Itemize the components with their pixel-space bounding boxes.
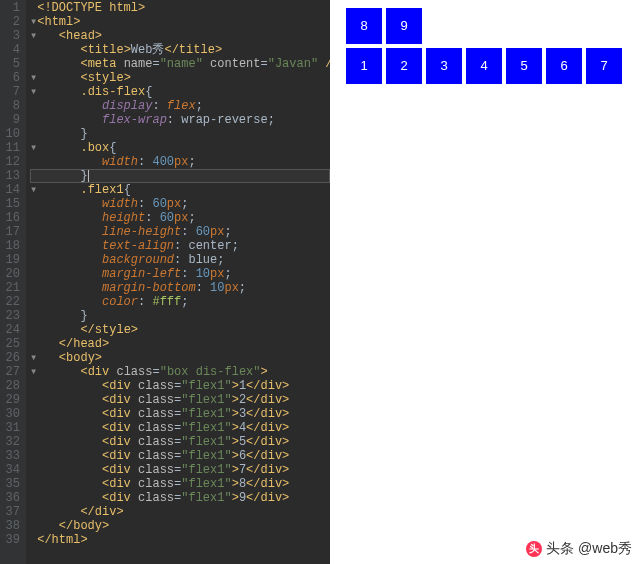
code-editor[interactable]: 1234567891011121314151617181920212223242… xyxy=(0,0,330,564)
code-line[interactable]: margin-left: 10px; xyxy=(30,267,330,281)
code-line[interactable]: width: 400px; xyxy=(30,155,330,169)
flex-item: 2 xyxy=(386,48,422,84)
code-line[interactable]: <title>Web秀</title> xyxy=(30,43,330,57)
code-line[interactable]: ▾ <div class="box dis-flex"> xyxy=(30,365,330,379)
code-line[interactable]: text-align: center; xyxy=(30,239,330,253)
preview-pane: 123456789 头 头条 @web秀 xyxy=(330,0,640,564)
line-number: 21 xyxy=(4,281,20,295)
line-number: 28 xyxy=(4,379,20,393)
flex-box: 123456789 xyxy=(342,8,626,88)
line-number: 35 xyxy=(4,477,20,491)
flex-item: 5 xyxy=(506,48,542,84)
code-line[interactable]: <div class="flex1">5</div> xyxy=(30,435,330,449)
code-line[interactable]: <meta name="name" content="Javan" /> xyxy=(30,57,330,71)
line-number: 13 xyxy=(4,169,20,183)
code-line[interactable]: </style> xyxy=(30,323,330,337)
code-line[interactable]: flex-wrap: wrap-reverse; xyxy=(30,113,330,127)
code-line[interactable]: ▾ <head> xyxy=(30,29,330,43)
code-line[interactable]: <div class="flex1">8</div> xyxy=(30,477,330,491)
line-number: 22 xyxy=(4,295,20,309)
line-number: 2 xyxy=(4,15,20,29)
flex-item: 8 xyxy=(346,8,382,44)
line-number: 19 xyxy=(4,253,20,267)
code-area[interactable]: <!DOCTYPE html>▾<html>▾ <head> <title>We… xyxy=(26,0,330,564)
code-line[interactable]: </body> xyxy=(30,519,330,533)
code-line[interactable]: } xyxy=(30,309,330,323)
line-number: 20 xyxy=(4,267,20,281)
flex-item: 7 xyxy=(586,48,622,84)
line-number: 24 xyxy=(4,323,20,337)
line-number: 25 xyxy=(4,337,20,351)
line-number: 31 xyxy=(4,421,20,435)
line-number: 27 xyxy=(4,365,20,379)
code-line[interactable]: <div class="flex1">9</div> xyxy=(30,491,330,505)
code-line[interactable]: <div class="flex1">4</div> xyxy=(30,421,330,435)
code-line[interactable]: background: blue; xyxy=(30,253,330,267)
code-line[interactable]: </head> xyxy=(30,337,330,351)
code-line[interactable]: ▾ .flex1{ xyxy=(30,183,330,197)
watermark-text: 头条 @web秀 xyxy=(546,540,632,558)
line-number: 30 xyxy=(4,407,20,421)
line-number: 17 xyxy=(4,225,20,239)
line-number: 5 xyxy=(4,57,20,71)
line-number: 14 xyxy=(4,183,20,197)
line-number: 6 xyxy=(4,71,20,85)
flex-item: 3 xyxy=(426,48,462,84)
code-line[interactable]: ▾ <body> xyxy=(30,351,330,365)
line-number: 39 xyxy=(4,533,20,547)
line-number: 36 xyxy=(4,491,20,505)
line-number: 23 xyxy=(4,309,20,323)
code-line[interactable]: <div class="flex1">1</div> xyxy=(30,379,330,393)
line-number: 1 xyxy=(4,1,20,15)
code-line[interactable]: width: 60px; xyxy=(30,197,330,211)
code-line[interactable]: height: 60px; xyxy=(30,211,330,225)
flex-item: 6 xyxy=(546,48,582,84)
code-line[interactable]: ▾ .dis-flex{ xyxy=(30,85,330,99)
code-line[interactable]: </html> xyxy=(30,533,330,547)
line-number: 37 xyxy=(4,505,20,519)
code-line[interactable]: </div> xyxy=(30,505,330,519)
line-number: 11 xyxy=(4,141,20,155)
line-number: 26 xyxy=(4,351,20,365)
flex-item: 1 xyxy=(346,48,382,84)
code-line[interactable]: } xyxy=(30,127,330,141)
line-number: 16 xyxy=(4,211,20,225)
code-line[interactable]: <div class="flex1">2</div> xyxy=(30,393,330,407)
line-number: 10 xyxy=(4,127,20,141)
code-line[interactable]: ▾ .box{ xyxy=(30,141,330,155)
line-number: 8 xyxy=(4,99,20,113)
code-line[interactable]: <!DOCTYPE html> xyxy=(30,1,330,15)
flex-item: 9 xyxy=(386,8,422,44)
watermark-icon: 头 xyxy=(526,541,542,557)
line-number: 32 xyxy=(4,435,20,449)
code-line[interactable]: } xyxy=(30,169,330,183)
line-number: 33 xyxy=(4,449,20,463)
line-number: 4 xyxy=(4,43,20,57)
code-line[interactable]: display: flex; xyxy=(30,99,330,113)
line-number: 38 xyxy=(4,519,20,533)
code-line[interactable]: ▾<html> xyxy=(30,15,330,29)
line-number: 9 xyxy=(4,113,20,127)
code-line[interactable]: margin-bottom: 10px; xyxy=(30,281,330,295)
code-line[interactable]: <div class="flex1">6</div> xyxy=(30,449,330,463)
line-number: 34 xyxy=(4,463,20,477)
line-number: 29 xyxy=(4,393,20,407)
code-line[interactable]: line-height: 60px; xyxy=(30,225,330,239)
line-gutter: 1234567891011121314151617181920212223242… xyxy=(0,0,26,564)
flex-item: 4 xyxy=(466,48,502,84)
watermark: 头 头条 @web秀 xyxy=(526,540,632,558)
line-number: 12 xyxy=(4,155,20,169)
line-number: 3 xyxy=(4,29,20,43)
line-number: 18 xyxy=(4,239,20,253)
line-number: 15 xyxy=(4,197,20,211)
code-line[interactable]: <div class="flex1">7</div> xyxy=(30,463,330,477)
line-number: 7 xyxy=(4,85,20,99)
code-line[interactable]: ▾ <style> xyxy=(30,71,330,85)
code-line[interactable]: color: #fff; xyxy=(30,295,330,309)
code-line[interactable]: <div class="flex1">3</div> xyxy=(30,407,330,421)
